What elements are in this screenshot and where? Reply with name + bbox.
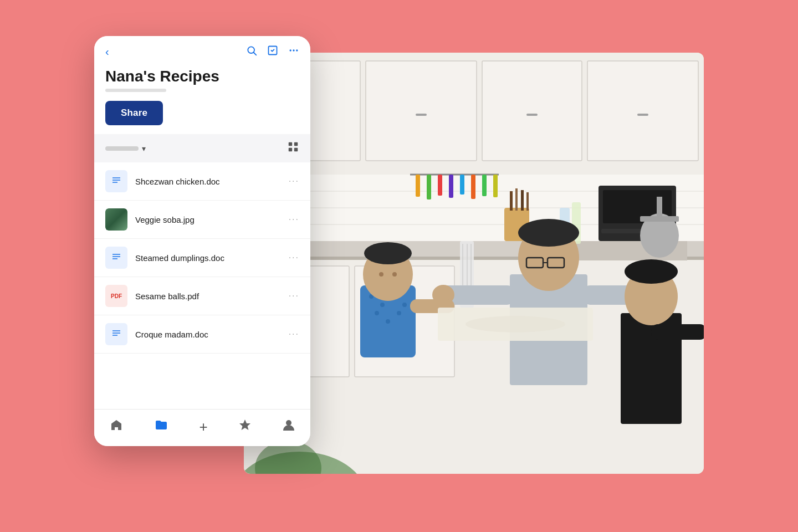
file-name: Sesame balls.pdf [135,291,281,301]
doc-thumbnail [105,170,127,192]
svg-point-48 [518,219,579,247]
folder-icon [155,418,168,435]
nav-profile[interactable] [278,416,299,437]
svg-rect-40 [482,175,487,196]
svg-rect-35 [427,175,431,200]
svg-line-79 [254,53,257,55]
svg-rect-25 [657,197,662,216]
top-bar: ‹ [94,36,310,63]
svg-rect-72 [651,324,704,340]
doc-thumbnail [105,247,127,269]
svg-point-82 [293,49,294,51]
svg-point-65 [364,242,412,264]
nav-files[interactable] [150,416,172,437]
svg-point-71 [625,259,678,284]
home-icon [110,418,123,435]
file-item[interactable]: Steamed dumplings.doc ··· [94,239,310,277]
sort-pill [105,146,139,151]
mobile-app-card: ‹ [94,36,310,446]
svg-point-66 [379,272,383,277]
svg-point-60 [402,303,407,307]
svg-rect-4 [482,61,582,161]
nav-activity[interactable] [234,416,255,437]
header-section: Nana's Recipes Share [94,63,310,134]
svg-point-61 [375,311,379,315]
profile-icon [283,418,295,435]
file-more-options[interactable]: ··· [289,291,299,301]
nav-add[interactable]: + [195,417,212,436]
file-item[interactable]: Shcezwan chicken.doc ··· [94,162,310,201]
file-more-options[interactable]: ··· [289,214,299,224]
file-more-options[interactable]: ··· [289,253,299,263]
grid-view-icon[interactable] [287,141,299,156]
file-item[interactable]: Croque madam.doc ··· [94,315,310,354]
svg-rect-9 [637,114,648,116]
svg-rect-32 [526,192,529,211]
svg-rect-38 [460,175,464,195]
svg-point-101 [286,420,291,426]
svg-rect-87 [294,148,298,151]
svg-rect-29 [510,191,513,211]
svg-point-67 [392,272,397,277]
svg-point-74 [466,316,565,332]
breadcrumb-bar [105,89,166,92]
svg-rect-96 [110,326,123,342]
svg-rect-39 [471,175,475,199]
top-icons [246,45,299,59]
svg-rect-24 [640,216,679,222]
svg-rect-30 [515,188,518,211]
svg-rect-37 [449,175,453,198]
search-icon[interactable] [246,45,257,59]
folder-title: Nana's Recipes [105,68,299,85]
svg-rect-92 [110,250,123,265]
svg-point-63 [397,311,401,315]
file-more-options[interactable]: ··· [289,176,299,186]
file-item[interactable]: PDF Sesame balls.pdf ··· [94,277,310,315]
pdf-thumbnail: PDF [105,285,127,307]
select-icon[interactable] [267,45,278,59]
svg-rect-34 [416,175,420,197]
svg-rect-31 [521,190,524,211]
doc-thumbnail [105,323,127,345]
back-button[interactable]: ‹ [105,45,109,58]
bottom-nav: + [94,409,310,446]
share-button[interactable]: Share [105,101,163,125]
svg-rect-7 [416,114,427,116]
svg-rect-36 [438,175,442,196]
file-name: Croque madam.doc [135,330,281,339]
svg-rect-84 [289,142,292,146]
svg-point-62 [386,319,390,324]
add-icon: + [199,420,207,434]
svg-rect-3 [366,61,477,161]
file-item[interactable]: Veggie soba.jpg ··· [94,201,310,239]
svg-rect-8 [526,114,538,116]
file-more-options[interactable]: ··· [289,329,299,339]
svg-point-58 [380,303,385,307]
svg-rect-85 [294,142,298,146]
file-name: Veggie soba.jpg [135,215,281,224]
image-preview [105,208,127,231]
sort-bar: ▾ [94,134,310,162]
svg-rect-88 [110,173,123,189]
svg-rect-86 [289,148,292,151]
kitchen-photo [244,53,704,474]
svg-marker-100 [239,420,250,430]
more-options-icon[interactable] [288,45,299,59]
svg-rect-41 [493,175,498,197]
file-name: Shcezwan chicken.doc [135,177,281,186]
svg-rect-5 [587,61,698,161]
file-list: Shcezwan chicken.doc ··· Veggie soba.jpg… [94,162,310,409]
sort-left: ▾ [105,144,146,153]
file-name: Steamed dumplings.doc [135,253,281,263]
activity-icon [239,418,251,435]
svg-point-81 [290,49,291,51]
image-thumbnail [105,208,127,231]
svg-point-83 [296,49,298,51]
sort-chevron-icon[interactable]: ▾ [142,144,146,153]
nav-home[interactable] [105,416,127,437]
